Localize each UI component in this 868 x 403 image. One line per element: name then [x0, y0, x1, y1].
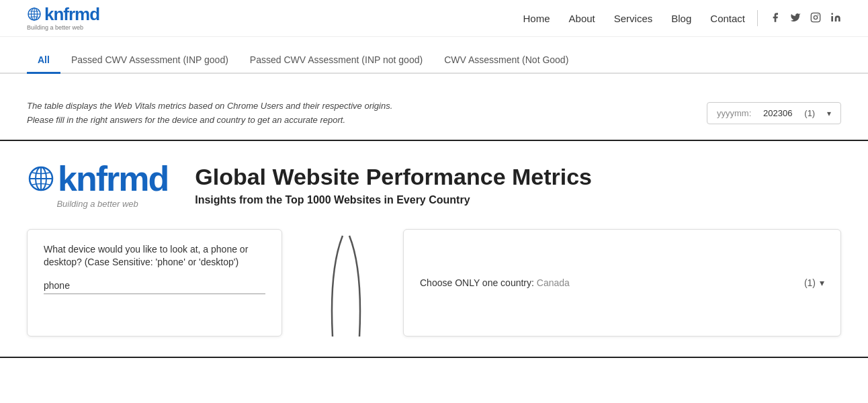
country-selector-card[interactable]: Choose ONLY one country: Canada (1) ▾ — [403, 229, 841, 337]
nav-services[interactable]: Services — [614, 13, 653, 24]
device-input-field[interactable] — [44, 277, 265, 294]
facebook-icon[interactable] — [770, 12, 781, 25]
device-input-label: What device would you like to look at, a… — [44, 243, 265, 269]
info-line1: The table displays the Web Vitals metric… — [27, 99, 392, 114]
nav-about[interactable]: About — [569, 13, 595, 24]
date-dropdown-arrow: ▾ — [827, 109, 831, 118]
brand-logo: knfrmd Building a better web — [27, 161, 168, 209]
date-value: 202306 — [763, 108, 792, 118]
chart-curve-svg — [296, 229, 390, 337]
country-label: Choose ONLY one country: Canada — [420, 277, 570, 288]
tab-bar: All Passed CWV Assessment (INP good) Pas… — [0, 48, 868, 74]
globe-icon — [27, 7, 42, 21]
country-name: Canada — [537, 277, 570, 288]
main-nav: Home About Services Blog Contact — [523, 10, 841, 26]
brand-heading: Global Website Performance Metrics Insig… — [195, 163, 841, 207]
svg-point-8 — [831, 13, 833, 15]
date-label: yyyymm: — [717, 108, 751, 118]
country-count-value: (1) — [804, 277, 816, 288]
brand-heading-h1: Global Website Performance Metrics — [195, 163, 841, 191]
date-selector[interactable]: yyyymm: 202306 (1) ▾ — [707, 102, 841, 124]
logo-tagline: Building a better web — [27, 24, 83, 31]
brand-logo-word: knfrmd — [58, 161, 168, 196]
svg-rect-4 — [811, 13, 820, 21]
country-count: (1) ▾ — [804, 277, 824, 288]
tab-passed-cwv-inp-not-good[interactable]: Passed CWV Assessment (INP not good) — [239, 48, 433, 74]
tab-all[interactable]: All — [27, 48, 60, 74]
nav-home[interactable]: Home — [523, 13, 550, 24]
svg-point-5 — [814, 15, 817, 19]
logo-area: knfrmd Building a better web — [27, 5, 99, 31]
logo-text: knfrmd — [44, 5, 99, 23]
nav-links: Home About Services Blog Contact — [523, 13, 745, 24]
date-count: (1) — [804, 108, 815, 118]
info-line2: Please fill in the right answers for the… — [27, 114, 392, 128]
tab-cwv-not-good[interactable]: CWV Assessment (Not Good) — [433, 48, 579, 74]
svg-rect-7 — [831, 16, 833, 21]
input-section: What device would you like to look at, a… — [27, 229, 841, 337]
brand-logo-text: knfrmd — [27, 161, 168, 196]
nav-contact[interactable]: Contact — [710, 13, 745, 24]
country-label-main: Choose ONLY one country: — [420, 277, 534, 288]
chart-placeholder — [296, 229, 390, 337]
info-text: The table displays the Web Vitals metric… — [27, 99, 392, 128]
brand-tagline: Building a better web — [56, 199, 138, 209]
instagram-icon[interactable] — [810, 12, 821, 25]
brand-subheading: Insights from the Top 1000 Websites in E… — [195, 194, 841, 206]
info-bar: The table displays the Web Vitals metric… — [0, 87, 868, 141]
twitter-icon[interactable] — [790, 12, 801, 25]
header: knfrmd Building a better web Home About … — [0, 0, 868, 37]
device-input-card: What device would you like to look at, a… — [27, 229, 282, 337]
svg-point-6 — [818, 14, 819, 15]
nav-blog[interactable]: Blog — [671, 13, 691, 24]
nav-divider — [757, 10, 758, 26]
tab-passed-cwv-inp-good[interactable]: Passed CWV Assessment (INP good) — [60, 48, 239, 74]
main-content: knfrmd Building a better web Global Webs… — [0, 141, 868, 358]
social-icons — [770, 12, 841, 25]
linkedin-icon[interactable] — [830, 12, 841, 25]
country-dropdown-arrow: ▾ — [820, 277, 824, 288]
brand-section: knfrmd Building a better web Global Webs… — [27, 161, 841, 209]
brand-globe-icon — [27, 165, 55, 193]
